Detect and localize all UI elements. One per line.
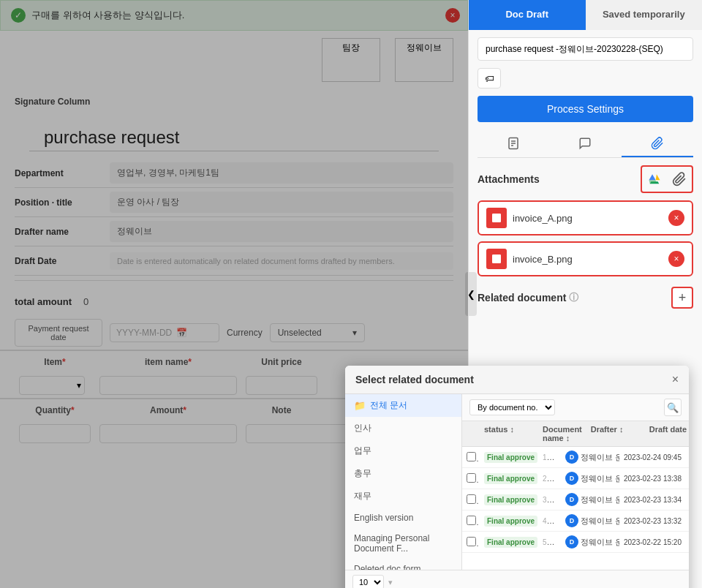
related-doc-title: Related document ⓘ [478, 291, 578, 304]
row-drafter: D 정웨이브 운영 이... [561, 447, 619, 467]
row-status: Final approve [480, 470, 538, 488]
table-row[interactable]: Final approve 1 📄 purchase request-정웨이브-… [462, 447, 689, 468]
google-drive-btn[interactable] [644, 168, 665, 190]
doc-name-input[interactable] [478, 37, 693, 61]
tab-saved-temporarily[interactable]: Saved temporarily [586, 0, 703, 30]
search-button[interactable]: 🔍 [664, 399, 682, 416]
sidebar-item-general[interactable]: 총무 [345, 462, 461, 485]
row-checkbox[interactable] [462, 491, 480, 509]
file-remove-b[interactable]: × [668, 251, 684, 267]
folder-icon: 📁 [354, 400, 366, 411]
row-checkbox[interactable] [462, 470, 480, 488]
th-draft-date: Draft date ↕ [645, 421, 689, 446]
avatar: D [565, 451, 578, 464]
th-doc-name: Document name ↕ [538, 421, 586, 446]
add-related-doc-button[interactable]: + [671, 287, 693, 309]
paperclip-btn[interactable] [668, 168, 690, 190]
row-date: 2023-02-24 09:45 [619, 450, 689, 465]
sidebar-item-all-docs[interactable]: 📁 전체 문서 [345, 394, 461, 417]
modal-header: Select related document × [345, 366, 689, 394]
avatar: D [565, 535, 578, 549]
file-thumb-b [486, 249, 507, 269]
th-status: status ↕ [480, 421, 538, 446]
icon-tab-doc[interactable] [478, 131, 549, 157]
icon-tab-chat[interactable] [549, 131, 621, 157]
modal-close-button[interactable]: × [672, 373, 679, 386]
file-name-a: invoice_A.png [513, 213, 573, 224]
row-status: Final approve [480, 448, 538, 467]
table-row[interactable]: Final approve 4 📄 휴가신청서-(기타)-정웨이브-202302… [462, 510, 689, 532]
sidebar-item-personal[interactable]: Managing Personal Document F... [345, 528, 461, 559]
modal-body: 📁 전체 문서 인사 업무 총무 재무 English version Mana… [345, 394, 689, 570]
sidebar-item-work[interactable]: 업무 [345, 440, 461, 462]
doc-table: status ↕ Document name ↕ Drafter ↕ Draft… [462, 421, 689, 570]
attachments-header: Attachments [478, 165, 693, 193]
row-doc-name: 5 📄 근태변경신청서-정웨이브-20230220-222-5 [538, 533, 561, 551]
attach-icons-group [641, 165, 693, 193]
select-related-doc-modal: Select related document × 📁 전체 문서 인사 업무 … [345, 366, 689, 588]
tag-icon[interactable]: 🏷 [478, 68, 501, 88]
row-status: Final approve [480, 512, 538, 530]
file-thumb-a [486, 208, 507, 228]
modal-footer: 10 20 50 ▾ ⟨⟨ ⟨ 1 2 3 4 5 6 7 8 9 10 ⟩ ⟩… [345, 570, 689, 588]
row-date: 2023-02-23 13:38 [619, 471, 689, 486]
modal-title: Select related document [355, 374, 474, 385]
file-item-a: invoice_A.png × [478, 200, 693, 235]
doc-tab-bar: Doc Draft Saved temporarily [469, 0, 702, 30]
table-row[interactable]: Final approve 3 📄 휴가신청서-정웨이브-20230223-9 … [462, 489, 689, 510]
row-drafter: D 정웨이브 운영 이... [561, 532, 619, 552]
page-size-row: 10 20 50 ▾ [352, 575, 682, 588]
page-size-select[interactable]: 10 20 50 [352, 575, 384, 588]
svg-point-5 [494, 216, 496, 217]
modal-main: By document no. 🔍 status ↕ Document name… [462, 394, 689, 570]
page-arrow-first: ▾ [388, 578, 393, 587]
sidebar-item-deleted[interactable]: Deleted doc form [345, 559, 461, 570]
sidebar-item-english[interactable]: English version [345, 508, 461, 528]
svg-point-7 [494, 257, 496, 258]
row-status: Final approve [480, 533, 538, 551]
row-doc-name: 3 📄 휴가신청서-정웨이브-20230223-9 [538, 491, 561, 509]
sidebar-item-hr[interactable]: 인사 [345, 417, 461, 440]
icon-tab-attachment[interactable] [622, 131, 693, 157]
row-doc-name: 2 📄 근태변경신청서-정웨이브-20230223-6 [538, 470, 561, 488]
row-drafter: D 정웨이브 운영 이... [561, 489, 619, 510]
row-checkbox[interactable] [462, 512, 480, 530]
related-doc-info-icon: ⓘ [569, 291, 578, 304]
row-doc-name: 1 📄 purchase request-정웨이브-20230224.1 [538, 448, 561, 467]
tab-doc-draft[interactable]: Doc Draft [469, 0, 586, 30]
sidebar-item-finance[interactable]: 재무 [345, 485, 461, 508]
doc-table-header: status ↕ Document name ↕ Drafter ↕ Draft… [462, 421, 689, 447]
related-doc-header: Related document ⓘ + [478, 287, 693, 309]
file-name-b: invoice_B.png [513, 254, 573, 265]
row-date: 2023-02-23 13:34 [619, 492, 689, 508]
row-status: Final approve [480, 491, 538, 509]
file-remove-a[interactable]: × [668, 210, 684, 226]
modal-toolbar: By document no. 🔍 [462, 394, 689, 421]
row-doc-name: 4 📄 휴가신청서-(기타)-정웨이브-20230223.3 [538, 512, 561, 530]
row-drafter: D 정웨이브 운영 이... [561, 510, 619, 531]
doc-sort-select[interactable]: By document no. [469, 399, 555, 415]
row-date: 2023-02-22 15:20 [619, 535, 689, 550]
file-item-b: invoice_B.png × [478, 241, 693, 276]
th-checkbox [462, 421, 480, 446]
row-checkbox[interactable] [462, 533, 480, 551]
table-row[interactable]: Final approve 2 📄 근태변경신청서-정웨이브-20230223-… [462, 468, 689, 489]
table-row[interactable]: Final approve 5 📄 근태변경신청서-정웨이브-20230220-… [462, 532, 689, 553]
row-date: 2023-02-23 13:32 [619, 513, 689, 529]
row-checkbox[interactable] [462, 448, 480, 467]
th-drafter: Drafter ↕ [586, 421, 645, 446]
process-settings-button[interactable]: Process Settings [478, 96, 693, 122]
icon-tab-bar [478, 131, 693, 158]
attachments-title: Attachments [478, 173, 540, 185]
avatar: D [565, 514, 578, 527]
avatar: D [565, 472, 578, 485]
modal-sidebar: 📁 전체 문서 인사 업무 총무 재무 English version Mana… [345, 394, 462, 570]
row-drafter: D 정웨이브 운영 이... [561, 468, 619, 489]
avatar: D [565, 493, 578, 506]
